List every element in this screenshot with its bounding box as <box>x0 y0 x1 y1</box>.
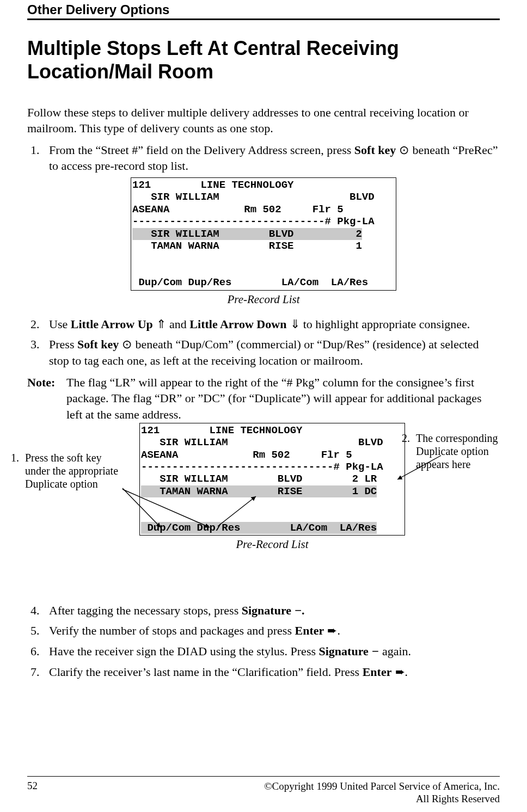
step-2-b: and <box>169 317 189 331</box>
screen2-line6-highlight: TAMAN WARNA RISE 1 DC <box>141 485 377 497</box>
step-3: 3. Press Soft key ⊙ beneath “Dup/Com” (c… <box>27 336 500 368</box>
step-2-c: to highlight appropriate consignee. <box>303 317 470 331</box>
step-7-a: Clarify the receiver’s last name in the … <box>49 665 363 679</box>
step-3-a: Press <box>49 337 77 351</box>
step-number: 1. <box>27 142 49 174</box>
annotated-figure: 121 LINE TECHNOLOGY SIR WILLIAM BLVD ASE… <box>27 423 500 597</box>
softkey-icon: ⊙ <box>119 337 135 351</box>
caption-1: Pre-Record List <box>27 293 500 306</box>
softkey-icon: ⊙ <box>396 143 412 157</box>
step-7: 7. Clarify the receiver’s last name in t… <box>27 664 500 680</box>
arrow-right-icon: ➨ <box>324 624 337 637</box>
screen1-line5-highlight: SIR WILLIAM BLVD 2 <box>132 228 362 240</box>
step-5: 5. Verify the number of stops and packag… <box>27 623 500 639</box>
page-title: Multiple Stops Left At Central Receiving… <box>27 36 500 83</box>
running-header: Other Delivery Options <box>27 0 500 17</box>
arrow-down-label: Little Arrow Down <box>189 317 286 331</box>
copyright-line-2: All Rights Reserved <box>264 792 500 805</box>
caption-2: Pre-Record List <box>139 538 405 551</box>
callout-text-1: Press the soft key under the appropriate… <box>25 451 125 490</box>
arrow-up-icon: ⇑ <box>153 317 169 331</box>
note-label: Note: <box>27 374 66 423</box>
enter-label: Enter <box>363 665 392 679</box>
arrow-down-icon: ⇓ <box>286 317 303 331</box>
softkey-label: Soft key <box>354 143 396 157</box>
step-4-dot: . <box>302 604 305 617</box>
callout-num-2: 2. <box>402 432 416 471</box>
callout-right: 2. The corresponding Duplicate option ap… <box>402 432 516 471</box>
footer-rule <box>27 776 500 777</box>
screen1-line4: -------------------------------# Pkg-LA <box>132 216 375 227</box>
screen2-line2: SIR WILLIAM BLVD <box>141 436 383 448</box>
minus-icon: − <box>369 644 382 658</box>
callout-num-1: 1. <box>11 451 25 490</box>
step-2: 2. Use Little Arrow Up ⇑ and Little Arro… <box>27 316 500 333</box>
callout-text-2: The corresponding Duplicate option appea… <box>416 432 516 471</box>
step-4: 4. After tagging the necessary stops, pr… <box>27 602 500 619</box>
prerecord-screen-1: 121 LINE TECHNOLOGY SIR WILLIAM BLVD ASE… <box>131 177 396 291</box>
minus-icon: − <box>291 604 302 617</box>
step-5-a: Verify the number of stops and packages … <box>49 624 295 637</box>
step-7-dot: . <box>405 665 408 679</box>
step-number: 7. <box>27 664 49 680</box>
step-number: 5. <box>27 623 49 639</box>
note-body: The flag “LR” will appear to the right o… <box>66 374 500 423</box>
screen2-line5: SIR WILLIAM BLVD 2 LR <box>141 473 377 485</box>
screen1-line9: Dup/Com Dup/Res LA/Com LA/Res <box>132 276 368 288</box>
screen1-line1: 121 LINE TECHNOLOGY <box>132 179 293 191</box>
signature-label: Signature <box>242 604 291 617</box>
softkey-label: Soft key <box>77 337 119 351</box>
screen2-line1: 121 LINE TECHNOLOGY <box>141 425 302 436</box>
callout-left: 1. Press the soft key under the appropri… <box>11 451 125 490</box>
copyright-line-1: ©Copyright 1999 United Parcel Service of… <box>264 780 500 793</box>
step-number: 3. <box>27 336 49 368</box>
screen2-line4: -------------------------------# Pkg-LA <box>141 461 383 473</box>
step-1: 1. From the “Street #” field on the Deli… <box>27 142 500 174</box>
header-rule <box>27 19 500 20</box>
page-number: 52 <box>27 780 38 806</box>
step-6: 6. Have the receiver sign the DIAD using… <box>27 643 500 660</box>
step-2-a: Use <box>49 317 71 331</box>
step-1-text-a: From the “Street #” field on the Deliver… <box>49 143 354 157</box>
prerecord-screen-2: 121 LINE TECHNOLOGY SIR WILLIAM BLVD ASE… <box>139 423 405 536</box>
screen1-line3: ASEANA Rm 502 Flr 5 <box>132 204 344 216</box>
step-number: 4. <box>27 602 49 619</box>
intro-paragraph: Follow these steps to deliver multiple d… <box>27 105 500 136</box>
note-row: Note: The flag “LR” will appear to the r… <box>27 374 500 423</box>
arrow-up-label: Little Arrow Up <box>71 317 153 331</box>
arrow-right-icon: ➨ <box>391 665 405 679</box>
signature-label: Signature <box>319 644 369 658</box>
step-number: 6. <box>27 643 49 660</box>
page-footer: 52 ©Copyright 1999 United Parcel Service… <box>27 776 500 806</box>
step-5-dot: . <box>337 624 340 637</box>
enter-label: Enter <box>295 624 324 637</box>
screen2-line3: ASEANA Rm 502 Flr 5 <box>141 449 352 461</box>
screen2-line9-highlight: Dup/Com Dup/Res LA/Com LA/Res <box>141 522 377 534</box>
step-number: 2. <box>27 316 49 333</box>
step-4-a: After tagging the necessary stops, press <box>49 604 242 617</box>
screen1-line2: SIR WILLIAM BLVD <box>132 191 375 203</box>
step-6-a: Have the receiver sign the DIAD using th… <box>49 644 319 658</box>
step-6-b: again. <box>382 644 411 658</box>
screen1-line6: TAMAN WARNA RISE 1 <box>132 240 362 252</box>
